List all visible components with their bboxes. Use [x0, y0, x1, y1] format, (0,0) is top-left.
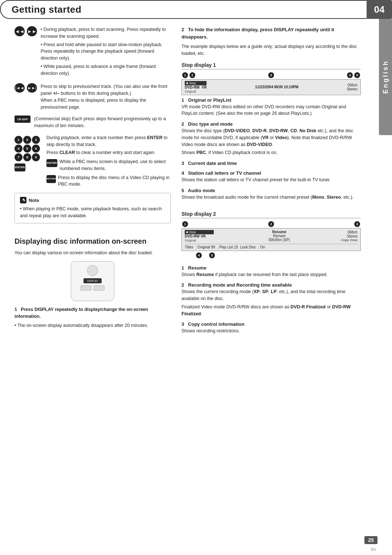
num-btn-4[interactable]: 4 [15, 145, 23, 153]
remote-small-btn-2[interactable] [94, 285, 105, 291]
tv-display-row-1: ■ Stop DVD-RW VR Original 11/22/2004 MON… [185, 81, 358, 93]
subsection-sd2-body-1: Shows Resume if playback can be resumed … [181, 271, 361, 278]
header-title-box: Getting started [0, 0, 367, 19]
subsection-5: 5 Audio mode Shows the broadcast audio m… [181, 188, 361, 201]
num-btn-7[interactable]: 7 [15, 153, 23, 161]
subsection-body-2b: Shows PBC, if Video CD playback control … [181, 149, 361, 156]
skip-text: Press to skip to previous/next track. (Y… [41, 83, 171, 110]
callout2-4: 4 [196, 252, 202, 258]
num-btn-3[interactable]: 3 [32, 136, 40, 144]
skip-icons: |◄◄ ►►| [15, 83, 37, 93]
cm-skip-button[interactable]: CM SKIP [15, 116, 30, 123]
note-text-1: When playing in PBC mode, some playback … [20, 206, 165, 219]
callout-numbers-2-top: 1 2 3 [181, 221, 361, 227]
subsection-4: 4 Station call letters or TV channel Sho… [181, 170, 361, 183]
num-text-1: During playback, enter a track number th… [46, 134, 171, 148]
remote-bottom-buttons [81, 285, 105, 291]
num-btn-8[interactable]: 8 [23, 153, 31, 161]
page-number: 25 [368, 537, 374, 543]
num-text-2: Press CLEAR to clear a number entry and … [46, 149, 171, 156]
note-icon: ✎ [20, 197, 26, 203]
enter-button-2[interactable]: ENTER [46, 159, 57, 167]
audio-2: Stereo [347, 234, 358, 238]
subsection-3: 3 Current date and time [181, 161, 361, 166]
next-track-button[interactable]: ►►| [27, 83, 37, 93]
skip-button-group: |◄◄ ►►| Press to skip to previous/next t… [15, 83, 171, 110]
stop-badge-2: ■ Stop [185, 230, 214, 234]
rewind-button[interactable]: ◄◄ [15, 26, 25, 36]
note-title: ✎ Note [20, 197, 165, 203]
callout-numbers-2-bottom: 4 5 [181, 252, 361, 258]
note-label: Note [29, 198, 39, 203]
skip-text-2: When a PBC menu is displayed, press to d… [41, 97, 171, 111]
page-en-label: En [371, 547, 376, 551]
tv2-bottom: Titles : Original 99 , Play List 15 Lock… [185, 244, 358, 249]
press-instruction: 1 Press DISPLAY repeatedly to display/ch… [15, 306, 171, 320]
subsection-1: 1 Original or PlayList VR mode DVD-RW di… [181, 97, 361, 117]
num-btn-2[interactable]: 2 [23, 136, 31, 144]
callout-3: 3 [268, 72, 274, 78]
disc-info-2: DVD-RW VR [185, 234, 214, 238]
english-sidebar: English [379, 19, 392, 135]
num-btn-6[interactable]: 6 [32, 145, 40, 153]
scan-icons: ◄◄ ►► [15, 26, 37, 36]
disc-info: DVD-RW VR [185, 85, 207, 89]
callout2-1: 1 [182, 221, 188, 227]
remote-small-btn-1[interactable] [81, 285, 91, 291]
return-button[interactable]: RETURN [46, 175, 56, 183]
num-btn-9[interactable]: 9 [32, 153, 40, 161]
channel-2: 008ch [348, 230, 358, 234]
subsection-2: 2 Disc type and mode Shows the disc type… [181, 121, 361, 156]
subsection-sd2-2: 2 Recording mode and Recording time avai… [181, 282, 361, 317]
scan-text-1: During playback, press to start scanning… [41, 26, 171, 40]
num-text-3: While a PBC menu screen is displayed, us… [60, 158, 171, 172]
num-btn-1[interactable]: 1 [15, 136, 23, 144]
subsection-sd2-1: 1 Resume Shows Resume if playback can be… [181, 265, 361, 278]
fastforward-button[interactable]: ►► [27, 26, 37, 36]
channel-display: 008ch [348, 83, 358, 87]
header-bar: Getting started 04 [0, 0, 392, 19]
display-intro: The example displays below are a guide o… [181, 43, 361, 57]
titles-val: : Original 99 [196, 245, 215, 249]
skip-text-1: Press to skip to previous/next track. (Y… [41, 83, 171, 97]
cm-skip-desc: (Commercial skip) Each press skips forwa… [34, 116, 171, 129]
page-title: Getting started [12, 4, 81, 15]
prev-track-button[interactable]: |◄◄ [15, 83, 25, 93]
audio-mode-display: Stereo [347, 87, 358, 91]
number-cluster-group: 1 2 3 4 5 6 7 8 9 ENTER During [15, 134, 171, 188]
remote-display-button[interactable]: DISPLAY [83, 278, 102, 283]
subsection-body-2: Shows the disc type (DVD-VIDEO, DVD-R, D… [181, 127, 361, 148]
english-label: English [382, 60, 389, 94]
playlist-val: , Play List 15 [217, 245, 238, 249]
num-btn-5[interactable]: 5 [23, 145, 31, 153]
subsection-num-1: 1 Original or PlayList [181, 97, 361, 103]
scan-text-3: While paused, press to advance a single … [41, 63, 171, 77]
subsection-body-4: Shows the station call letters or TV cha… [181, 177, 361, 183]
stop-display-2-title: Stop display 2 [181, 211, 361, 218]
stop-badge: ■ Stop [185, 81, 207, 85]
time-display: 00h35m (SP) [269, 238, 290, 242]
callout-1: 1 [182, 72, 188, 78]
remote-diagram: DISPLAY [71, 261, 114, 301]
original-label: Original [185, 90, 207, 93]
subsection-sd2-num-2: 2 Recording mode and Recording time avai… [181, 282, 361, 288]
scan-text-2: Press and hold while paused to start slo… [41, 41, 171, 62]
lock-val: : On [258, 245, 265, 249]
lock-label: Lock Disc [240, 245, 256, 249]
original-label-2: Original [185, 239, 214, 242]
page: Getting started 04 English ◄◄ ►► During … [0, 0, 392, 555]
callout-5: 5 [354, 72, 360, 78]
tv2-row1: ■ Stop DVD-RW VR Original Resume Remain … [185, 230, 358, 242]
page-number-box: 25 [364, 536, 377, 544]
scan-button-group: ◄◄ ►► During playback, press to start sc… [15, 26, 171, 78]
titles-label: Titles [185, 245, 193, 249]
stop-display-1-box: ■ Stop DVD-RW VR Original 11/22/2004 MON… [181, 79, 361, 95]
chapter-number: 04 [367, 0, 392, 19]
cm-skip-text: (Commercial skip) Each press skips forwa… [34, 116, 171, 129]
subsection-body-5: Shows the broadcast audio mode for the c… [181, 194, 361, 201]
subsection-body-1: VR mode DVD-RW discs edited on other DVD… [181, 104, 361, 117]
callout2-2: 2 [268, 221, 274, 227]
enter-button[interactable]: ENTER [15, 163, 25, 171]
remote-circle [87, 265, 98, 276]
subsection-sd2-3: 3 Copy control information Shows recordi… [181, 321, 361, 335]
